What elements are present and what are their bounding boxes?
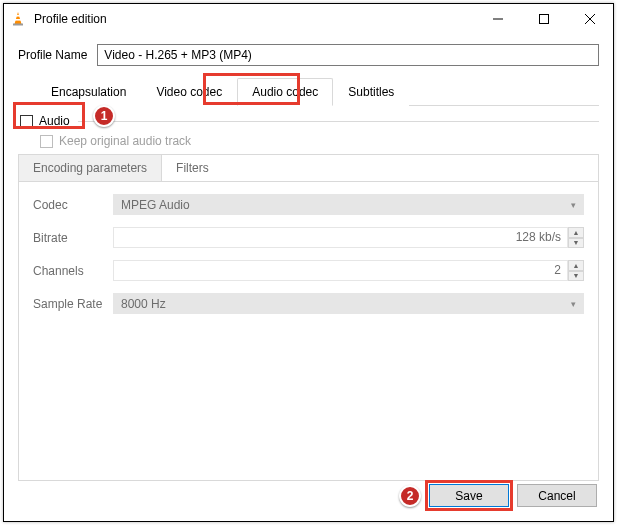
- tab-video-codec[interactable]: Video codec: [141, 78, 237, 106]
- channels-spinner[interactable]: 2 ▲ ▼: [113, 260, 584, 281]
- svg-rect-5: [540, 15, 549, 24]
- channels-down-icon[interactable]: ▼: [568, 271, 584, 282]
- codec-value: MPEG Audio: [121, 198, 190, 212]
- titlebar[interactable]: Profile edition: [4, 4, 613, 34]
- sample-rate-combo[interactable]: 8000 Hz ▾: [113, 293, 584, 314]
- tab-audio-codec[interactable]: Audio codec: [237, 78, 333, 106]
- sub-tab-encoding[interactable]: Encoding parameters: [19, 155, 162, 181]
- chevron-down-icon: ▾: [571, 299, 576, 309]
- channels-up-icon[interactable]: ▲: [568, 260, 584, 271]
- svg-marker-0: [15, 12, 22, 24]
- audio-checkbox-label: Audio: [39, 114, 70, 128]
- annotation-callout-1: 1: [93, 105, 115, 127]
- profile-name-input[interactable]: [97, 44, 599, 66]
- bitrate-spinner[interactable]: 128 kb/s ▲ ▼: [113, 227, 584, 248]
- channels-value: 2: [113, 260, 568, 281]
- encoding-panel: Encoding parameters Filters Codec MPEG A…: [18, 154, 599, 481]
- main-tabs: Encapsulation Video codec Audio codec Su…: [36, 78, 599, 106]
- svg-rect-3: [13, 24, 23, 26]
- window-title: Profile edition: [34, 12, 475, 26]
- bitrate-up-icon[interactable]: ▲: [568, 227, 584, 238]
- keep-original-label: Keep original audio track: [59, 134, 191, 148]
- svg-rect-2: [15, 19, 21, 21]
- vlc-cone-icon: [10, 11, 26, 27]
- codec-combo[interactable]: MPEG Audio ▾: [113, 194, 584, 215]
- tab-subtitles[interactable]: Subtitles: [333, 78, 409, 106]
- codec-label: Codec: [33, 198, 103, 212]
- annotation-callout-2: 2: [399, 485, 421, 507]
- sub-tab-filters[interactable]: Filters: [162, 155, 223, 181]
- chevron-down-icon: ▾: [571, 200, 576, 210]
- minimize-button[interactable]: [475, 4, 521, 34]
- bitrate-value: 128 kb/s: [113, 227, 568, 248]
- cancel-button[interactable]: Cancel: [517, 484, 597, 507]
- bitrate-down-icon[interactable]: ▼: [568, 238, 584, 249]
- bitrate-label: Bitrate: [33, 231, 103, 245]
- keep-original-checkbox[interactable]: [40, 135, 53, 148]
- separator: [78, 121, 599, 122]
- tab-encapsulation[interactable]: Encapsulation: [36, 78, 141, 106]
- profile-name-label: Profile Name: [18, 48, 87, 62]
- maximize-button[interactable]: [521, 4, 567, 34]
- svg-rect-1: [16, 15, 20, 17]
- sample-rate-value: 8000 Hz: [121, 297, 166, 311]
- sample-rate-label: Sample Rate: [33, 297, 103, 311]
- save-button[interactable]: Save: [429, 484, 509, 507]
- channels-label: Channels: [33, 264, 103, 278]
- close-button[interactable]: [567, 4, 613, 34]
- audio-checkbox[interactable]: [20, 115, 33, 128]
